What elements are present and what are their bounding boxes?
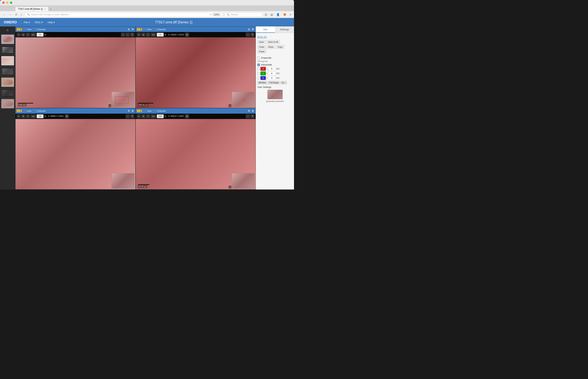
panel-tab-info[interactable]: Info [256,26,275,33]
viewer-3-fit-button[interactable]: ⤢ [26,114,30,118]
reader-icon[interactable]: ▤ [269,13,274,16]
viewer-2-zoom-out[interactable]: − [137,33,141,37]
traffic-light-yellow[interactable] [6,1,8,4]
viewer-1-one-to-one[interactable]: 1:1 [31,33,36,37]
viewer-3-view-checkbox[interactable] [24,110,26,112]
viewer-4-fit-button[interactable]: ⤢ [146,114,150,118]
viewer-1-view-toggle[interactable]: View [24,28,32,31]
viewer-4-move-icon[interactable]: ⊕ [185,114,189,118]
import-button[interactable]: Im... [280,81,287,84]
viewer-1-fit-button[interactable]: ⤢ [26,33,30,37]
viewer-4-view-toggle[interactable]: View [144,110,152,112]
tab-close-icon[interactable]: ✕ [44,8,46,10]
viewer-3-zoom-out[interactable]: − [17,114,20,118]
viewer-2-pencil[interactable]: ✎ [251,33,254,37]
viewer-4-collapse-minimap[interactable]: « [229,186,231,189]
channel-1-value[interactable] [268,71,275,75]
viewer-4-channels-toggle[interactable]: Channels [154,110,166,112]
viewer-4-close-button[interactable]: ✕ [251,109,254,113]
forward-button[interactable]: → [8,13,13,16]
channel-1-arrow[interactable]: ▾ [267,72,268,75]
undo-button[interactable]: Undo [257,45,266,49]
viewer-1-channels-toggle[interactable]: Channels [34,28,46,31]
viewer-4-flip-up[interactable]: ↑ [246,114,250,118]
viewer-1-flip-up[interactable]: ↑ [126,33,129,37]
viewer-4-pencil[interactable]: ✎ [251,114,254,118]
thumbnail-4[interactable] [1,67,14,76]
viewer-3-move-icon[interactable]: ⊕ [65,114,69,118]
viewer-2-zoom-in[interactable]: + [142,33,145,37]
viewer-3-view-toggle[interactable]: View [24,110,32,112]
traffic-light-red[interactable] [2,1,5,4]
nav-help[interactable]: Help ▾ [46,20,57,25]
viewer-3-channels-toggle[interactable]: Channels [34,110,46,112]
viewer-1-collapse-minimap[interactable]: « [109,104,111,107]
redo-button[interactable]: Redo [267,45,275,49]
viewer-1-zoom-out[interactable]: − [17,33,20,37]
channel-0-value[interactable] [268,67,275,71]
home-button[interactable]: ⌂ [19,13,23,16]
viewer-3-zoom-in[interactable]: + [21,114,25,118]
viewer-4-mini-map[interactable] [232,173,255,189]
thumbnail-7[interactable] [1,99,14,109]
viewer-1-view-checkbox[interactable] [24,28,26,30]
menu-icon[interactable]: ≡ [289,13,292,16]
grayscale-label[interactable]: Grayscale [261,57,271,59]
save-to-all-button[interactable]: Save to All [266,40,280,44]
browser-search-box[interactable]: 🔍 Search [224,12,263,17]
thumbnail-6[interactable] [1,88,14,98]
viewer-2-channels-checkbox[interactable] [154,28,156,30]
panel-tab-settings[interactable]: Settings [275,26,294,33]
thumbnail-5[interactable] [1,78,14,87]
nav-file[interactable]: File ▾ [21,20,32,25]
viewer-2-view-checkbox[interactable] [144,28,146,30]
viewer-3-pencil[interactable]: ✎ [130,114,134,118]
viewer-2-flip-up[interactable]: ↑ [246,33,250,37]
viewer-1-close-button[interactable]: ✕ [131,27,134,31]
sidebar-refresh-button[interactable]: ↻ [5,28,10,32]
channel-0-checkbox[interactable] [257,68,260,70]
firefox-icon[interactable]: 🦊 [282,13,287,16]
min-max-button[interactable]: Min/Max [257,81,267,84]
viewer-3-one-to-one[interactable]: 1:1 [31,114,36,118]
viewer-1-zoom-in[interactable]: + [21,33,25,37]
viewer-2-one-to-one[interactable]: 1:1 [151,33,156,37]
channel-2-arrow[interactable]: ▾ [267,77,268,79]
account-icon[interactable]: 👤 [275,13,281,16]
channel-2-color[interactable]: 2 [260,76,266,80]
interpolate-checkbox[interactable] [257,63,260,66]
viewer-1-channels-checkbox[interactable] [34,28,36,30]
viewer-2-fit-button[interactable]: ⤢ [146,33,150,37]
viewer-2-channels-toggle[interactable]: Channels [154,28,166,31]
nav-rois[interactable]: ROIs ▾ [32,20,45,25]
bookmarks-icon[interactable]: ||| [264,13,268,16]
channel-1-checkbox[interactable] [257,72,260,75]
viewer-3-mini-map[interactable] [111,173,135,189]
thumbnail-3[interactable] [1,56,14,65]
channel-2-checkbox[interactable] [257,77,260,79]
interpolate-label[interactable]: Interpolate [261,63,272,66]
viewer-2-zoom-input[interactable] [157,33,164,37]
paste-button[interactable]: Paste [257,50,266,53]
url-box[interactable]: 🔍 Search with Google or enter address ▾ … [25,12,223,17]
viewer-1-pencil[interactable]: ✎ [130,33,134,37]
viewer-3-close-button[interactable]: ✕ [131,109,134,113]
channel-0-color[interactable]: 0 [260,67,266,71]
viewer-3-zoom-input[interactable] [37,114,44,118]
viewer-2-collapse-minimap[interactable]: « [229,104,231,107]
channel-2-value[interactable] [268,76,275,80]
viewer-4-zoom-out[interactable]: − [137,114,141,118]
thumbnail-1[interactable] [1,34,14,44]
viewer-3-channels-checkbox[interactable] [34,110,36,112]
thumbnail-2[interactable] [1,45,14,55]
url-dropdown-icon[interactable]: ▾ [210,13,211,16]
viewer-1-mini-map[interactable] [111,92,135,107]
viewer-1-zoom-input[interactable] [37,33,44,37]
viewer-3-gear-button[interactable]: ⚙ [127,109,130,113]
viewer-1-gear-button[interactable]: ⚙ [127,28,130,31]
copy-button[interactable]: Copy [276,45,285,49]
viewer-2-close-button[interactable]: ✕ [251,27,254,31]
channel-1-color[interactable]: 1 [260,71,266,75]
viewer-1-add-shape[interactable]: + [121,33,125,37]
viewer-4-zoom-input[interactable] [157,114,164,118]
